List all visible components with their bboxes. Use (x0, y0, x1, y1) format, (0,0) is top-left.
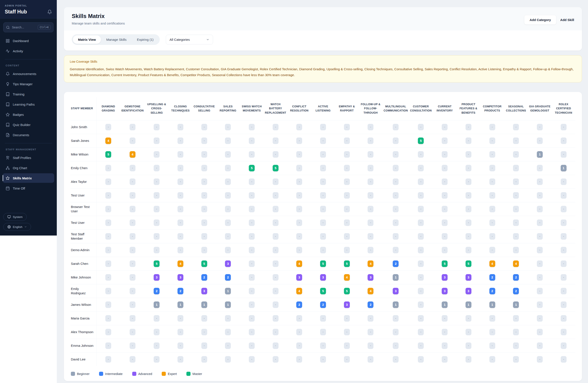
skill-level-cell[interactable]: - (145, 161, 169, 175)
skill-level-cell[interactable]: - (120, 325, 145, 339)
skill-level-cell[interactable]: - (145, 325, 169, 339)
add-category-button[interactable]: Add Category (524, 15, 556, 25)
skill-level-cell[interactable]: - (409, 229, 433, 243)
skill-level-cell[interactable]: - (264, 147, 287, 161)
skill-level-cell[interactable]: 1 (216, 284, 240, 298)
skill-level-cell[interactable]: - (311, 312, 335, 325)
skill-level-cell[interactable]: - (382, 161, 409, 175)
sidebar-item-documents[interactable]: Documents (3, 130, 54, 140)
skill-level-cell[interactable]: - (96, 229, 120, 243)
skill-level-cell[interactable]: - (264, 339, 287, 352)
skill-level-cell[interactable]: - (287, 161, 311, 175)
skill-level-cell[interactable]: 4 (169, 257, 192, 270)
skill-level-cell[interactable]: - (264, 298, 287, 312)
skill-level-cell[interactable]: - (480, 147, 504, 161)
skill-level-cell[interactable]: - (382, 147, 409, 161)
skill-level-cell[interactable]: 1 (145, 298, 169, 312)
skill-level-cell[interactable]: - (335, 161, 359, 175)
skill-level-cell[interactable]: - (480, 120, 504, 134)
skill-level-cell[interactable]: 5 (145, 257, 169, 270)
skill-level-cell[interactable]: 3 (433, 284, 457, 298)
skill-level-cell[interactable]: - (216, 188, 240, 202)
skill-level-cell[interactable]: 4 (359, 257, 382, 270)
skill-level-cell[interactable]: - (382, 339, 409, 352)
skill-level-cell[interactable]: - (216, 175, 240, 188)
skill-level-cell[interactable]: - (552, 270, 575, 284)
skill-level-cell[interactable]: - (480, 216, 504, 229)
skill-level-cell[interactable]: - (169, 325, 192, 339)
skill-level-cell[interactable]: - (192, 202, 216, 216)
skill-level-cell[interactable]: 4 (335, 270, 359, 284)
skill-level-cell[interactable]: 5 (264, 161, 287, 175)
skill-level-cell[interactable]: - (120, 339, 145, 352)
skill-level-cell[interactable]: - (457, 188, 481, 202)
skill-level-cell[interactable]: - (528, 202, 552, 216)
sidebar-item-skills-matrix[interactable]: Skills Matrix (3, 173, 54, 183)
skill-level-cell[interactable]: 1 (433, 298, 457, 312)
skill-level-cell[interactable]: - (192, 243, 216, 257)
skill-level-cell[interactable]: - (528, 188, 552, 202)
skill-level-cell[interactable]: - (145, 147, 169, 161)
skill-level-cell[interactable]: - (433, 175, 457, 188)
skill-level-cell[interactable]: 2 (382, 257, 409, 270)
skill-level-cell[interactable]: - (169, 147, 192, 161)
skill-level-cell[interactable]: - (409, 312, 433, 325)
skill-level-cell[interactable]: - (409, 352, 433, 366)
skill-level-cell[interactable]: - (528, 270, 552, 284)
skill-level-cell[interactable]: - (287, 243, 311, 257)
skill-level-cell[interactable]: - (145, 339, 169, 352)
skill-level-cell[interactable]: 4 (120, 147, 145, 161)
skill-level-cell[interactable]: - (264, 188, 287, 202)
skill-level-cell[interactable]: - (96, 216, 120, 229)
skill-level-cell[interactable]: 5 (335, 284, 359, 298)
skill-level-cell[interactable]: - (382, 229, 409, 243)
skill-level-cell[interactable]: - (409, 339, 433, 352)
skill-level-cell[interactable]: - (216, 134, 240, 147)
skill-level-cell[interactable]: - (192, 161, 216, 175)
skill-level-cell[interactable]: - (382, 188, 409, 202)
skill-level-cell[interactable]: - (359, 216, 382, 229)
skill-level-cell[interactable]: - (409, 284, 433, 298)
skill-level-cell[interactable]: - (145, 312, 169, 325)
skill-level-cell[interactable]: - (120, 161, 145, 175)
skill-level-cell[interactable]: 5 (433, 257, 457, 270)
skill-level-cell[interactable]: - (120, 188, 145, 202)
skill-level-cell[interactable]: 1 (552, 161, 575, 175)
skill-level-cell[interactable]: - (264, 216, 287, 229)
skill-level-cell[interactable]: - (382, 175, 409, 188)
skill-level-cell[interactable]: - (480, 312, 504, 325)
skill-level-cell[interactable]: - (96, 188, 120, 202)
skill-level-cell[interactable]: - (335, 175, 359, 188)
skill-level-cell[interactable]: - (409, 147, 433, 161)
skill-level-cell[interactable]: - (120, 270, 145, 284)
category-filter-select[interactable]: All Categories (166, 35, 213, 45)
skill-level-cell[interactable]: - (287, 188, 311, 202)
skill-level-cell[interactable]: - (169, 120, 192, 134)
sidebar-item-announcements[interactable]: Announcements (3, 69, 54, 79)
skill-level-cell[interactable]: - (335, 352, 359, 366)
sidebar-item-training[interactable]: Training (3, 89, 54, 99)
skill-level-cell[interactable]: - (311, 134, 335, 147)
tab-manage-skills[interactable]: Manage Skills (101, 35, 131, 44)
sidebar-item-tips-manager[interactable]: Tips Manager (3, 79, 54, 89)
skill-level-cell[interactable]: - (216, 216, 240, 229)
skill-level-cell[interactable]: - (359, 325, 382, 339)
skill-level-cell[interactable]: - (409, 216, 433, 229)
skill-level-cell[interactable]: - (335, 202, 359, 216)
skill-level-cell[interactable]: 3 (457, 270, 481, 284)
skill-level-cell[interactable]: - (287, 175, 311, 188)
skill-level-cell[interactable]: - (169, 161, 192, 175)
skill-level-cell[interactable]: - (240, 243, 264, 257)
skill-level-cell[interactable]: - (216, 202, 240, 216)
skill-level-cell[interactable]: - (359, 175, 382, 188)
skill-level-cell[interactable]: - (552, 339, 575, 352)
skill-level-cell[interactable]: - (382, 216, 409, 229)
skill-level-cell[interactable]: - (480, 339, 504, 352)
skill-level-cell[interactable]: - (240, 339, 264, 352)
skill-level-cell[interactable]: - (433, 216, 457, 229)
skill-level-cell[interactable]: - (409, 257, 433, 270)
skill-level-cell[interactable]: - (504, 352, 528, 366)
skill-level-cell[interactable]: - (552, 229, 575, 243)
skill-level-cell[interactable]: - (240, 134, 264, 147)
skill-level-cell[interactable]: - (145, 175, 169, 188)
